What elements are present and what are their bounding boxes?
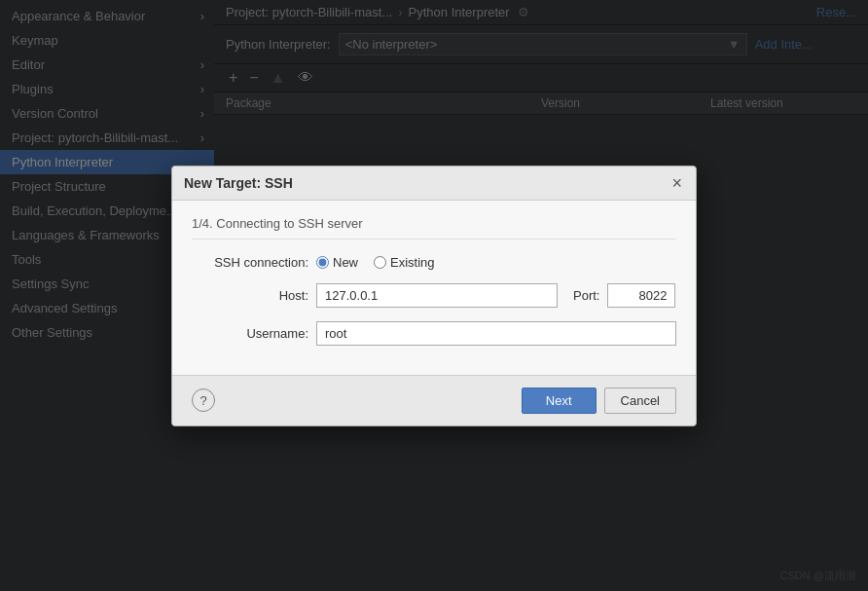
modal-body: 1/4. Connecting to SSH server SSH connec… [172, 201, 696, 375]
port-input[interactable] [607, 283, 675, 308]
username-input[interactable] [316, 321, 676, 346]
radio-existing-option[interactable]: Existing [374, 255, 435, 270]
modal-overlay: New Target: SSH × 1/4. Connecting to SSH… [0, 0, 868, 591]
cancel-button[interactable]: Cancel [604, 388, 676, 414]
radio-new-label: New [333, 255, 358, 270]
help-button[interactable]: ? [192, 388, 215, 412]
host-label: Host: [192, 288, 308, 303]
ssh-connection-row: SSH connection: New Existing [192, 255, 676, 270]
ssh-connection-label: SSH connection: [192, 255, 308, 270]
modal-action-buttons: Next Cancel [522, 388, 676, 414]
ssh-connection-radio-group: New Existing [316, 255, 435, 270]
radio-existing-label: Existing [390, 255, 435, 270]
next-button[interactable]: Next [522, 388, 597, 414]
modal-dialog: New Target: SSH × 1/4. Connecting to SSH… [171, 166, 697, 426]
username-row: Username: [192, 321, 676, 346]
radio-new-option[interactable]: New [316, 255, 358, 270]
modal-title: New Target: SSH [184, 175, 293, 191]
modal-close-button[interactable]: × [669, 174, 684, 192]
host-input[interactable] [316, 283, 558, 308]
host-row: Host: Port: [192, 283, 676, 308]
username-label: Username: [192, 326, 308, 341]
radio-new-input[interactable] [316, 256, 329, 269]
modal-step-label: 1/4. Connecting to SSH server [192, 216, 676, 240]
port-label: Port: [573, 288, 599, 303]
modal-footer: ? Next Cancel [172, 375, 696, 425]
modal-titlebar: New Target: SSH × [172, 166, 696, 201]
radio-existing-input[interactable] [374, 256, 386, 269]
